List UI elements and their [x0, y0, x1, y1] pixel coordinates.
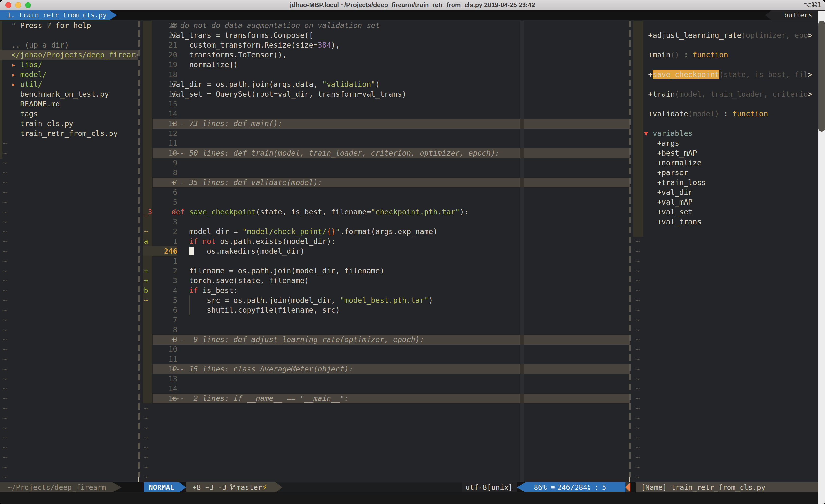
code-line[interactable]: 23# do not do data augmentation on valid… — [142, 21, 630, 30]
empty-line-tilde: ~ — [0, 354, 138, 364]
code-line[interactable]: 9 — [142, 158, 630, 168]
tagbar-item[interactable]: +main() : function — [632, 50, 818, 60]
code-line[interactable]: +2 filename = os.path.join(model_dir, fi… — [142, 266, 630, 276]
tab-active[interactable]: 1. train_retr_from_cls.py — [0, 10, 109, 20]
code-line[interactable]: 11 — [142, 354, 630, 364]
code-line[interactable]: _34def save_checkpoint(state, is_best, f… — [142, 207, 630, 217]
code-line[interactable]: 6 shutil.copyfile(filename, src) — [142, 305, 630, 315]
tagbar-item[interactable]: +val_set — [632, 207, 818, 217]
tree-item[interactable]: .. (up a dir) — [0, 40, 138, 50]
tree-item[interactable]: benchmark_on_test.py — [0, 89, 138, 99]
code-line[interactable]: 18 — [142, 70, 630, 80]
statusbar-nerdtree-path: ~/Projects/deep_firearm — [0, 482, 113, 492]
tree-item[interactable]: tags — [0, 109, 138, 119]
tree-item[interactable]: ▸ util/ — [0, 80, 138, 89]
gutter-sign: + — [144, 266, 148, 276]
scrollbar-track[interactable] — [818, 11, 825, 504]
tagbar-item[interactable]: +normalize — [632, 158, 818, 168]
code-line[interactable]: 10 — [142, 344, 630, 354]
tree-item[interactable]: README.md — [0, 99, 138, 109]
code-line[interactable]: 12 — [142, 129, 630, 139]
empty-line-tilde: ~ — [0, 403, 138, 413]
code-text: transforms.ToTensor(), — [171, 50, 287, 60]
empty-line-tilde: ~ — [632, 394, 818, 403]
code-line[interactable]: 3 — [142, 217, 630, 227]
tagbar-item[interactable]: +val_trans — [632, 217, 818, 227]
empty-line-tilde: ~ — [0, 148, 138, 158]
window-separator-left[interactable] — [138, 21, 140, 478]
tagbar-item[interactable]: +train_loss — [632, 178, 818, 187]
code-line[interactable]: a1 if not os.path.exists(model_dir): — [142, 237, 630, 246]
terminal-window: jdhao-MBP.local ~/Projects/deep_firearm/… — [0, 0, 825, 504]
tagbar-item[interactable]: ▼ variables — [632, 129, 818, 139]
text-cursor[interactable] — [189, 247, 194, 255]
code-line[interactable]: 6 — [142, 187, 630, 197]
tagbar-item[interactable]: +args — [632, 139, 818, 148]
fold-line[interactable]: 10+-- 50 lines: def train(model, train_l… — [142, 148, 630, 158]
tagbar-item[interactable]: +adjust_learning_rate(optimizer, epo> — [632, 30, 818, 40]
tagbar-item[interactable]: +best_mAP — [632, 148, 818, 158]
git-branch-icon — [230, 484, 235, 491]
tagbar-item[interactable]: +parser — [632, 168, 818, 178]
empty-line-tilde: ~ — [632, 433, 818, 443]
tagbar-item[interactable]: +validate(model) : function — [632, 109, 818, 119]
code-line[interactable]: 22val_trans = transforms.Compose([ — [142, 30, 630, 40]
fold-line[interactable]: 7+-- 35 lines: def validate(model): — [142, 178, 630, 187]
code-line[interactable]: 14 — [142, 384, 630, 394]
code-line[interactable]: ~2 model_dir = "model/check_point/{}".fo… — [142, 227, 630, 237]
code-line[interactable]: 13 — [142, 374, 630, 384]
empty-line-tilde: ~ — [632, 315, 818, 325]
code-line[interactable]: 1 — [142, 256, 630, 266]
fold-line[interactable]: 13+-- 73 lines: def main(): — [142, 119, 630, 129]
window-title: jdhao-MBP.local ~/Projects/deep_firearm/… — [0, 0, 825, 10]
tree-item[interactable]: ▸ model/ — [0, 70, 138, 80]
line-number: 15 — [153, 99, 177, 109]
code-line[interactable]: 8 — [142, 168, 630, 178]
code-line[interactable]: b4 if is_best: — [142, 285, 630, 296]
code-line[interactable]: 8 — [142, 325, 630, 335]
git-hunks: +8 ~3 -3 — [192, 482, 227, 492]
fold-line[interactable]: 15+-- 2 lines: if __name__ == "__main__"… — [142, 394, 630, 403]
code-line[interactable]: 5 — [142, 197, 630, 207]
tree-item[interactable]: ▸ libs/ — [0, 60, 138, 70]
tagbar-blank-line — [632, 21, 818, 30]
code-line[interactable]: 16val_set = QuerySet(root=val_dir, trans… — [142, 89, 630, 99]
code-line[interactable]: ~5 src = os.path.join(model_dir, "model_… — [142, 296, 630, 305]
line-number: 8 — [153, 325, 177, 335]
window-separator-right[interactable] — [628, 21, 630, 478]
fold-line[interactable]: 9+-- 9 lines: def adjust_learning_rate(o… — [142, 335, 630, 344]
code-line[interactable]: 15 — [142, 99, 630, 109]
code-text: if not os.path.exists(model_dir): — [171, 237, 335, 246]
code-line[interactable]: 19 normalize]) — [142, 60, 630, 70]
line-number: 8 — [153, 168, 177, 178]
tree-item[interactable]: train_retr_from_cls.py — [0, 129, 138, 139]
code-line[interactable]: +3 torch.save(state, filename) — [142, 276, 630, 285]
gutter-sign: ~ — [144, 227, 148, 237]
tagbar-blank-line — [632, 227, 818, 237]
command-line[interactable] — [0, 492, 818, 504]
code-line[interactable]: 21 custom_transform.Resize(size=384), — [142, 40, 630, 50]
scrollbar-thumb[interactable] — [818, 21, 825, 132]
tagbar-item[interactable]: +val_mAP — [632, 197, 818, 207]
code-line[interactable]: 246 os.makedirs(model_dir) — [142, 246, 630, 256]
code-line[interactable]: 17val_dir = os.path.join(args.data, "val… — [142, 80, 630, 89]
code-line[interactable]: 20 transforms.ToTensor(), — [142, 50, 630, 60]
tree-root-path[interactable]: </jdhao/Projects/deep_firear> — [0, 50, 138, 60]
tagbar-item[interactable]: +train(model, train_loader, criterio> — [632, 89, 818, 99]
tagbar-item[interactable]: +val_dir — [632, 187, 818, 197]
code-line[interactable]: 14 — [142, 109, 630, 119]
buffers-label[interactable]: buffers — [771, 10, 825, 20]
line-number: 11 — [153, 139, 177, 148]
code-line[interactable]: 11 — [142, 139, 630, 148]
powerline-arrow — [276, 482, 282, 492]
statusbar-file-segment: train_retr_from_cls.py python — [282, 482, 462, 492]
code-line[interactable]: 7 — [142, 315, 630, 325]
empty-line-tilde: ~ — [0, 423, 138, 433]
empty-line-tilde: ~ — [632, 472, 818, 482]
fold-line[interactable]: 12+-- 15 lines: class AverageMeter(objec… — [142, 364, 630, 374]
tagbar-blank-line — [632, 60, 818, 70]
tree-item[interactable]: " Press ? for help — [0, 21, 138, 30]
tagbar-item[interactable]: +save_checkpoint(state, is_best, fil> — [632, 70, 818, 80]
tree-item[interactable]: train_cls.py — [0, 119, 138, 129]
empty-line-tilde: ~ — [142, 472, 630, 482]
